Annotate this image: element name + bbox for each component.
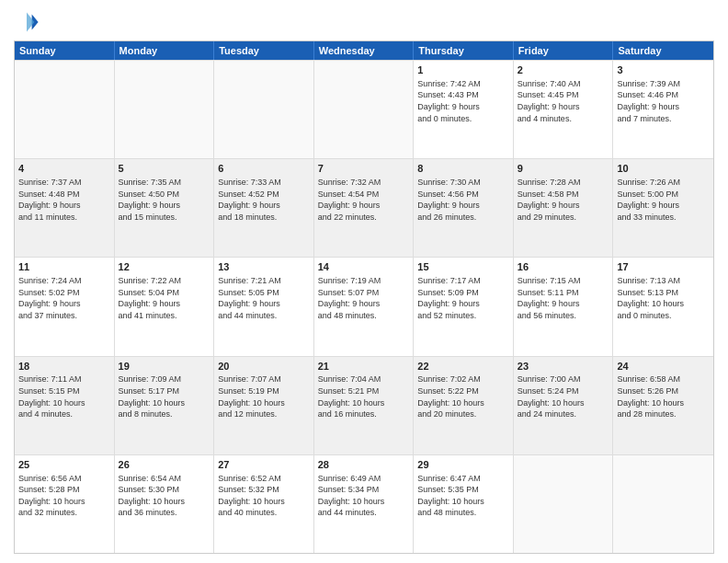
header-day-monday: Monday: [115, 41, 215, 60]
day-number: 23: [518, 360, 609, 373]
cell-content: Sunrise: 7:37 AM Sunset: 4:48 PM Dayligh…: [18, 178, 82, 222]
calendar-cell-empty: [214, 61, 314, 158]
cell-content: Sunrise: 6:54 AM Sunset: 5:30 PM Dayligh…: [119, 474, 186, 518]
day-number: 7: [318, 162, 410, 176]
cell-content: Sunrise: 6:47 AM Sunset: 5:35 PM Dayligh…: [417, 474, 484, 518]
cell-content: Sunrise: 7:17 AM Sunset: 5:09 PM Dayligh…: [417, 276, 481, 320]
cell-content: Sunrise: 7:13 AM Sunset: 5:13 PM Dayligh…: [617, 276, 684, 320]
calendar-cell-3: 3Sunrise: 7:39 AM Sunset: 4:46 PM Daylig…: [613, 61, 713, 158]
calendar-cell-4: 4Sunrise: 7:37 AM Sunset: 4:48 PM Daylig…: [15, 159, 115, 257]
calendar-cell-1: 1Sunrise: 7:42 AM Sunset: 4:43 PM Daylig…: [414, 61, 514, 158]
calendar-cell-12: 12Sunrise: 7:22 AM Sunset: 5:04 PM Dayli…: [115, 258, 215, 355]
calendar-cell-10: 10Sunrise: 7:26 AM Sunset: 5:00 PM Dayli…: [613, 159, 713, 257]
calendar-row-0: 1Sunrise: 7:42 AM Sunset: 4:43 PM Daylig…: [15, 60, 713, 158]
calendar-cell-8: 8Sunrise: 7:30 AM Sunset: 4:56 PM Daylig…: [414, 159, 514, 257]
header-day-wednesday: Wednesday: [314, 41, 415, 60]
calendar-cell-19: 19Sunrise: 7:09 AM Sunset: 5:17 PM Dayli…: [115, 357, 215, 454]
calendar-cell-empty: [115, 61, 215, 158]
calendar-cell-24: 24Sunrise: 6:58 AM Sunset: 5:26 PM Dayli…: [613, 357, 713, 454]
calendar-cell-11: 11Sunrise: 7:24 AM Sunset: 5:02 PM Dayli…: [15, 258, 115, 355]
day-number: 9: [518, 162, 609, 176]
header-day-tuesday: Tuesday: [214, 41, 314, 60]
calendar-cell-empty: [514, 455, 614, 553]
calendar-row-4: 25Sunrise: 6:56 AM Sunset: 5:28 PM Dayli…: [15, 454, 713, 553]
cell-content: Sunrise: 6:56 AM Sunset: 5:28 PM Dayligh…: [18, 474, 85, 518]
day-number: 1: [417, 63, 509, 77]
cell-content: Sunrise: 7:39 AM Sunset: 4:46 PM Dayligh…: [617, 79, 680, 123]
cell-content: Sunrise: 6:52 AM Sunset: 5:32 PM Dayligh…: [218, 474, 285, 518]
calendar-cell-6: 6Sunrise: 7:33 AM Sunset: 4:52 PM Daylig…: [214, 159, 314, 257]
day-number: 10: [617, 162, 710, 176]
day-number: 14: [318, 260, 410, 274]
calendar-cell-27: 27Sunrise: 6:52 AM Sunset: 5:32 PM Dayli…: [214, 455, 314, 553]
cell-content: Sunrise: 7:32 AM Sunset: 4:54 PM Dayligh…: [318, 178, 381, 222]
cell-content: Sunrise: 7:40 AM Sunset: 4:45 PM Dayligh…: [518, 79, 581, 123]
cell-content: Sunrise: 7:19 AM Sunset: 5:07 PM Dayligh…: [318, 276, 381, 320]
day-number: 16: [518, 260, 609, 274]
day-number: 25: [18, 458, 110, 472]
cell-content: Sunrise: 7:07 AM Sunset: 5:19 PM Dayligh…: [218, 374, 285, 419]
calendar-row-2: 11Sunrise: 7:24 AM Sunset: 5:02 PM Dayli…: [15, 257, 713, 355]
calendar-cell-14: 14Sunrise: 7:19 AM Sunset: 5:07 PM Dayli…: [314, 258, 415, 355]
cell-content: Sunrise: 7:33 AM Sunset: 4:52 PM Dayligh…: [218, 178, 281, 222]
day-number: 26: [119, 458, 210, 472]
calendar-cell-28: 28Sunrise: 6:49 AM Sunset: 5:34 PM Dayli…: [314, 455, 415, 553]
day-number: 8: [417, 162, 509, 176]
svg-marker-1: [27, 13, 34, 32]
day-number: 12: [119, 260, 210, 274]
day-number: 24: [617, 360, 710, 373]
calendar-header: SundayMondayTuesdayWednesdayThursdayFrid…: [15, 41, 713, 60]
calendar-cell-18: 18Sunrise: 7:11 AM Sunset: 5:15 PM Dayli…: [15, 357, 115, 454]
calendar-cell-23: 23Sunrise: 7:00 AM Sunset: 5:24 PM Dayli…: [514, 357, 614, 454]
calendar-cell-17: 17Sunrise: 7:13 AM Sunset: 5:13 PM Dayli…: [613, 258, 713, 355]
calendar-cell-26: 26Sunrise: 6:54 AM Sunset: 5:30 PM Dayli…: [115, 455, 215, 553]
cell-content: Sunrise: 7:26 AM Sunset: 5:00 PM Dayligh…: [617, 178, 680, 222]
calendar-cell-7: 7Sunrise: 7:32 AM Sunset: 4:54 PM Daylig…: [314, 159, 415, 257]
calendar-cell-29: 29Sunrise: 6:47 AM Sunset: 5:35 PM Dayli…: [414, 455, 514, 553]
day-number: 20: [218, 360, 310, 373]
cell-content: Sunrise: 7:28 AM Sunset: 4:58 PM Dayligh…: [518, 178, 581, 222]
calendar-cell-empty: [613, 455, 713, 553]
calendar-row-1: 4Sunrise: 7:37 AM Sunset: 4:48 PM Daylig…: [15, 158, 713, 257]
header-day-saturday: Saturday: [613, 41, 713, 60]
day-number: 27: [218, 458, 310, 472]
cell-content: Sunrise: 7:22 AM Sunset: 5:04 PM Dayligh…: [119, 276, 182, 320]
header: [14, 9, 714, 35]
day-number: 13: [218, 260, 310, 274]
day-number: 29: [417, 458, 509, 472]
calendar-cell-empty: [314, 61, 415, 158]
cell-content: Sunrise: 7:21 AM Sunset: 5:05 PM Dayligh…: [218, 276, 281, 320]
calendar: SundayMondayTuesdayWednesdayThursdayFrid…: [14, 40, 714, 554]
page: SundayMondayTuesdayWednesdayThursdayFrid…: [0, 0, 728, 563]
calendar-body: 1Sunrise: 7:42 AM Sunset: 4:43 PM Daylig…: [15, 60, 713, 553]
header-day-friday: Friday: [514, 41, 614, 60]
cell-content: Sunrise: 7:35 AM Sunset: 4:50 PM Dayligh…: [119, 178, 182, 222]
calendar-cell-2: 2Sunrise: 7:40 AM Sunset: 4:45 PM Daylig…: [514, 61, 614, 158]
day-number: 4: [18, 162, 110, 176]
day-number: 17: [617, 260, 710, 274]
cell-content: Sunrise: 7:24 AM Sunset: 5:02 PM Dayligh…: [18, 276, 82, 320]
calendar-cell-25: 25Sunrise: 6:56 AM Sunset: 5:28 PM Dayli…: [15, 455, 115, 553]
day-number: 28: [318, 458, 410, 472]
day-number: 11: [18, 260, 110, 274]
day-number: 3: [617, 63, 710, 77]
cell-content: Sunrise: 7:09 AM Sunset: 5:17 PM Dayligh…: [119, 374, 186, 419]
day-number: 15: [417, 260, 509, 274]
cell-content: Sunrise: 7:30 AM Sunset: 4:56 PM Dayligh…: [417, 178, 481, 222]
calendar-cell-16: 16Sunrise: 7:15 AM Sunset: 5:11 PM Dayli…: [514, 258, 614, 355]
header-day-thursday: Thursday: [414, 41, 514, 60]
calendar-cell-22: 22Sunrise: 7:02 AM Sunset: 5:22 PM Dayli…: [414, 357, 514, 454]
calendar-cell-13: 13Sunrise: 7:21 AM Sunset: 5:05 PM Dayli…: [214, 258, 314, 355]
day-number: 21: [318, 360, 410, 373]
day-number: 18: [18, 360, 110, 373]
day-number: 19: [119, 360, 210, 373]
calendar-cell-15: 15Sunrise: 7:17 AM Sunset: 5:09 PM Dayli…: [414, 258, 514, 355]
cell-content: Sunrise: 6:49 AM Sunset: 5:34 PM Dayligh…: [318, 474, 385, 518]
calendar-cell-21: 21Sunrise: 7:04 AM Sunset: 5:21 PM Dayli…: [314, 357, 415, 454]
day-number: 22: [417, 360, 509, 373]
cell-content: Sunrise: 6:58 AM Sunset: 5:26 PM Dayligh…: [617, 374, 684, 419]
logo: [14, 9, 43, 35]
calendar-cell-empty: [15, 61, 115, 158]
cell-content: Sunrise: 7:02 AM Sunset: 5:22 PM Dayligh…: [417, 374, 484, 419]
day-number: 5: [119, 162, 210, 176]
